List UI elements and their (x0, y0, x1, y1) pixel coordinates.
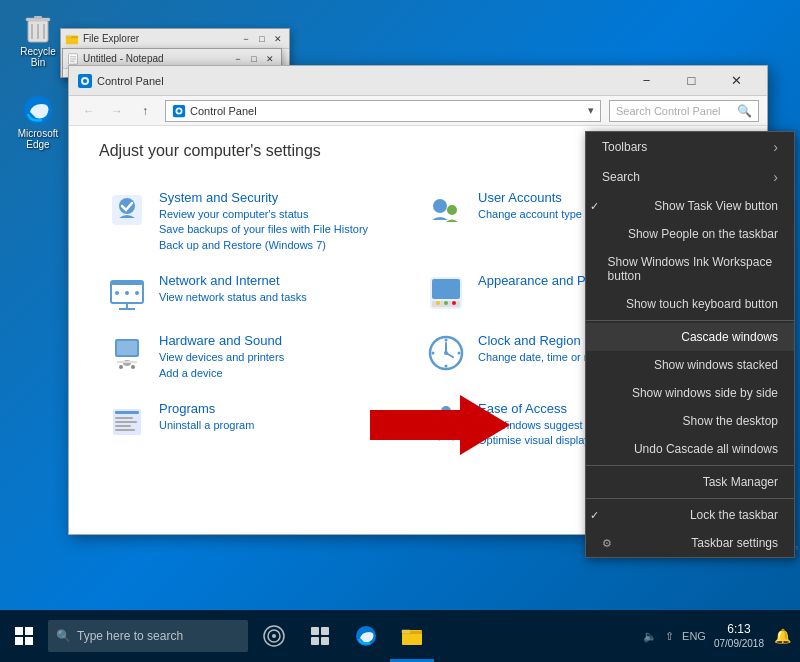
svg-point-22 (433, 199, 447, 213)
svg-point-19 (177, 109, 181, 113)
cp-restore-btn[interactable]: □ (669, 66, 714, 96)
svg-rect-65 (15, 637, 23, 645)
ctx-sep-3 (586, 498, 794, 499)
ctx-show-touch-keyboard[interactable]: Show touch keyboard button (586, 290, 794, 318)
cp-forward-btn[interactable]: → (105, 99, 129, 123)
svg-point-41 (119, 365, 123, 369)
ctx-sep-2 (586, 465, 794, 466)
ctx-taskbar-settings[interactable]: ⚙ Taskbar settings (586, 529, 794, 557)
taskbar-task-view[interactable] (298, 610, 342, 662)
fe-close-btn[interactable]: ✕ (271, 32, 285, 46)
taskbar-clock[interactable]: 6:13 07/09/2018 (714, 622, 764, 651)
cp-search-bar[interactable]: Search Control Panel 🔍 (609, 100, 759, 122)
cat-user-accounts-sub: Change account type (478, 207, 582, 222)
context-menu: Toolbars Search ✓ Show Task View button … (585, 131, 795, 558)
cp-adjust-text: Adjust your computer's settings (99, 142, 321, 160)
cp-title: Control Panel (97, 75, 164, 87)
cat-system-security-sub: Review your computer's status Save backu… (159, 207, 368, 253)
taskbar-search-placeholder: Type here to search (77, 629, 183, 643)
edge-desktop-icon[interactable]: Microsoft Edge (8, 90, 68, 154)
notepad-title: Untitled - Notepad (83, 53, 164, 64)
svg-point-16 (83, 79, 87, 83)
svg-point-42 (131, 365, 135, 369)
cat-network-sub: View network status and tasks (159, 290, 307, 305)
ctx-undo-cascade[interactable]: Undo Cascade all windows (586, 435, 794, 463)
svg-point-69 (272, 634, 276, 638)
recycle-bin-label: Recycle Bin (12, 46, 64, 68)
svg-point-36 (452, 301, 456, 305)
cp-address-bar[interactable]: Control Panel ▾ (165, 100, 601, 122)
svg-rect-40 (117, 361, 137, 363)
ctx-task-manager[interactable]: Task Manager (586, 468, 794, 496)
taskbar-cortana[interactable] (252, 610, 296, 662)
svg-line-46 (446, 353, 453, 357)
svg-point-28 (115, 291, 119, 295)
ctx-toolbars[interactable]: Toolbars (586, 132, 794, 162)
svg-rect-52 (115, 411, 139, 414)
cp-category-hardware: Hardware and Sound View devices and prin… (99, 323, 418, 391)
svg-rect-70 (311, 627, 319, 635)
ctx-search[interactable]: Search (586, 162, 794, 192)
ctx-lock-taskbar[interactable]: ✓ Lock the taskbar (586, 501, 794, 529)
ctx-cascade-windows[interactable]: Cascade windows (586, 323, 794, 351)
ctx-show-stacked[interactable]: Show windows stacked (586, 351, 794, 379)
svg-rect-2 (34, 16, 42, 19)
np-close-btn[interactable]: ✕ (263, 52, 277, 66)
cp-up-btn[interactable]: ↑ (133, 99, 157, 123)
taskbar-search[interactable]: 🔍 Type here to search (48, 620, 248, 652)
svg-point-29 (125, 291, 129, 295)
file-explorer-title: File Explorer (83, 33, 139, 44)
svg-point-48 (445, 365, 448, 368)
svg-rect-64 (25, 627, 33, 635)
svg-point-34 (436, 301, 440, 305)
directional-arrow (370, 395, 510, 455)
ctx-show-task-view[interactable]: ✓ Show Task View button (586, 192, 794, 220)
taskbar-items (252, 610, 434, 662)
cp-search-placeholder: Search Control Panel (616, 105, 721, 117)
cat-network-title[interactable]: Network and Internet (159, 273, 307, 288)
fe-minimize-btn[interactable]: − (239, 32, 253, 46)
svg-rect-9 (66, 35, 71, 37)
svg-rect-25 (111, 281, 143, 285)
cat-system-security-title[interactable]: System and Security (159, 190, 368, 205)
ctx-show-ink[interactable]: Show Windows Ink Workspace button (586, 248, 794, 290)
svg-rect-71 (321, 627, 329, 635)
svg-rect-63 (15, 627, 23, 635)
taskbar-file-explorer[interactable] (390, 610, 434, 662)
fe-maximize-btn[interactable]: □ (255, 32, 269, 46)
cat-hardware-sub: View devices and printers Add a device (159, 350, 284, 381)
cat-hardware-title[interactable]: Hardware and Sound (159, 333, 284, 348)
svg-point-49 (432, 352, 435, 355)
svg-rect-32 (432, 279, 460, 299)
edge-desktop-label: Microsoft Edge (12, 128, 64, 150)
ctx-show-desktop[interactable]: Show the desktop (586, 407, 794, 435)
svg-point-23 (447, 205, 457, 215)
cat-programs-title[interactable]: Programs (159, 401, 254, 416)
svg-rect-73 (321, 637, 329, 645)
ctx-show-people[interactable]: Show People on the taskbar (586, 220, 794, 248)
cat-user-accounts-title[interactable]: User Accounts (478, 190, 582, 205)
file-explorer-titlebar: File Explorer − □ ✕ (61, 29, 289, 49)
ctx-sep-1 (586, 320, 794, 321)
np-minimize-btn[interactable]: − (231, 52, 245, 66)
cp-close-btn[interactable]: ✕ (714, 66, 759, 96)
svg-rect-53 (115, 417, 133, 419)
svg-point-47 (445, 339, 448, 342)
cp-minimize-btn[interactable]: − (624, 66, 669, 96)
start-button[interactable] (0, 610, 48, 662)
cp-titlebar: Control Panel − □ ✕ (69, 66, 767, 96)
svg-rect-56 (115, 429, 135, 431)
svg-rect-55 (115, 425, 131, 427)
svg-marker-62 (370, 395, 510, 455)
cp-back-btn[interactable]: ← (77, 99, 101, 123)
taskbar-edge[interactable] (344, 610, 388, 662)
svg-rect-66 (25, 637, 33, 645)
recycle-bin-icon[interactable]: Recycle Bin (8, 8, 68, 72)
svg-point-50 (458, 352, 461, 355)
np-maximize-btn[interactable]: □ (247, 52, 261, 66)
svg-rect-77 (402, 630, 410, 633)
ctx-show-side-by-side[interactable]: Show windows side by side (586, 379, 794, 407)
cp-category-network: Network and Internet View network status… (99, 263, 418, 323)
taskbar-notification-btn[interactable]: 🔔 (772, 610, 792, 662)
taskbar-right: 🔈 ⇧ ENG 6:13 07/09/2018 🔔 (635, 610, 800, 662)
